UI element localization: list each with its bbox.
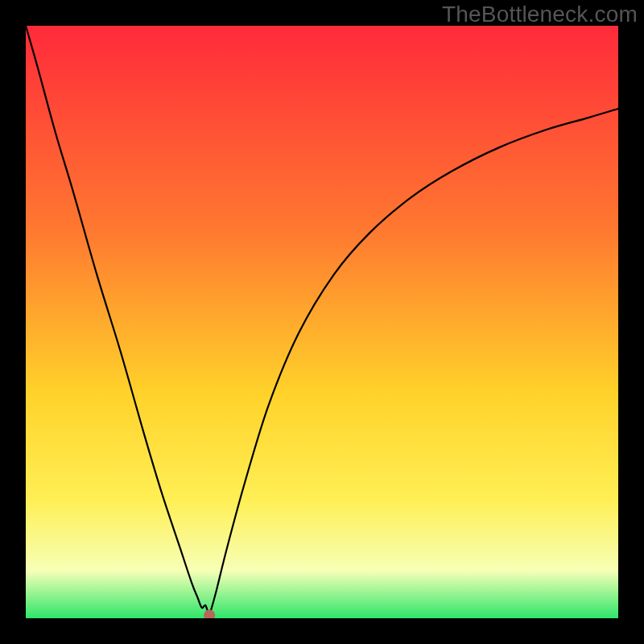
- watermark-text: TheBottleneck.com: [442, 2, 638, 27]
- plot-area: [26, 26, 618, 618]
- chart-frame: TheBottleneck.com: [0, 0, 644, 644]
- chart-svg: [26, 26, 618, 618]
- gradient-background: [26, 26, 618, 618]
